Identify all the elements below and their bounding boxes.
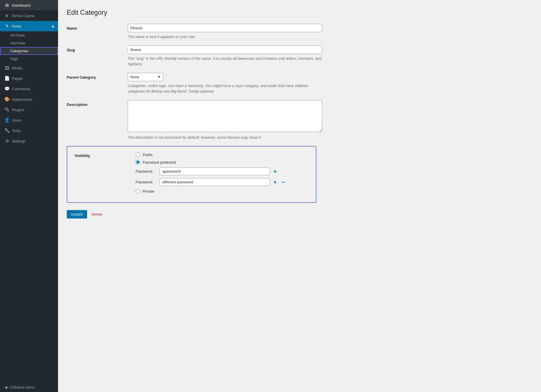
password1-input[interactable] xyxy=(160,167,270,175)
sidebar-item-appearance[interactable]: 🎨 Appearance xyxy=(0,94,58,104)
radio-public[interactable] xyxy=(136,152,140,157)
users-icon: 👤 xyxy=(4,118,10,123)
kinsta-icon: K xyxy=(4,13,10,18)
parent-category-label: Parent Category xyxy=(67,73,128,80)
sidebar-item-tags[interactable]: Tags xyxy=(0,55,58,63)
sidebar-item-plugins[interactable]: 🔌 Plugins xyxy=(0,104,58,115)
media-icon: 🖼 xyxy=(4,65,10,71)
sidebar-item-pages[interactable]: 📄 Pages xyxy=(0,73,58,84)
description-field: The description is not prominent by defa… xyxy=(128,100,345,140)
sidebar-item-all-posts[interactable]: All Posts xyxy=(0,31,58,39)
sidebar-item-users[interactable]: 👤 Users xyxy=(0,115,58,125)
sidebar-item-settings[interactable]: ⚙ Settings xyxy=(0,136,58,146)
collapse-menu-button[interactable]: ◀ Collapse menu xyxy=(0,382,58,392)
posts-arrow-icon: ◀ xyxy=(51,25,54,28)
posts-icon: ✎ xyxy=(4,24,10,29)
pages-icon: 📄 xyxy=(4,76,10,81)
remove-password-button-2[interactable]: − xyxy=(280,179,286,185)
sidebar-item-tools[interactable]: 🔧 Tools xyxy=(0,125,58,136)
name-input[interactable] xyxy=(128,24,322,32)
sidebar-item-dashboard[interactable]: ⊞ Dashboard xyxy=(0,0,58,10)
description-hint: The description is not prominent by defa… xyxy=(128,135,322,140)
sidebar-item-label: Appearance xyxy=(12,97,32,102)
sidebar-item-label: Media xyxy=(12,66,22,70)
plugins-icon: 🔌 xyxy=(4,107,10,112)
page-title: Edit Category xyxy=(67,9,532,17)
sidebar-item-label: Users xyxy=(12,118,22,122)
sidebar-item-label: Plugins xyxy=(12,108,24,112)
radio-public-option: Public xyxy=(136,152,309,157)
password2-input[interactable] xyxy=(160,178,270,186)
radio-password[interactable] xyxy=(136,160,140,165)
update-button[interactable]: Update xyxy=(67,210,87,218)
radio-private-label[interactable]: Private xyxy=(143,189,154,194)
delete-button[interactable]: Delete xyxy=(91,212,102,216)
visibility-options: Public Password protected Password: + Pa… xyxy=(136,152,309,196)
sidebar-item-comments[interactable]: 💬 Comments xyxy=(0,84,58,94)
settings-icon: ⚙ xyxy=(4,138,10,144)
collapse-label: Collapse menu xyxy=(10,385,35,389)
sidebar-item-label: Posts xyxy=(12,24,21,28)
radio-password-label[interactable]: Password protected xyxy=(143,160,176,165)
radio-password-option: Password protected xyxy=(136,160,309,165)
slug-row: Slug The “slug” is the URL-friendly vers… xyxy=(67,46,345,67)
parent-category-row: Parent Category None Uncategorized Fitne… xyxy=(67,73,345,94)
name-row: Name The name is how it appears on your … xyxy=(67,24,345,40)
add-password-button-1[interactable]: + xyxy=(272,169,278,174)
description-row: Description The description is not promi… xyxy=(67,100,345,140)
description-label: Description xyxy=(67,100,128,107)
main-content: Edit Category Name The name is how it ap… xyxy=(58,0,541,392)
slug-input[interactable] xyxy=(128,46,322,54)
sidebar-item-label: Comments xyxy=(12,87,30,91)
name-field: The name is how it appears on your site. xyxy=(128,24,345,40)
sidebar-item-kinsta[interactable]: K Kinsta Cache xyxy=(0,10,58,21)
password1-label: Password: xyxy=(136,169,157,174)
sidebar-item-label: Dashboard xyxy=(12,3,30,8)
parent-category-hint: Categories, unlike tags, can have a hier… xyxy=(128,83,322,94)
sidebar-item-categories[interactable]: Categories xyxy=(0,47,58,55)
sidebar-item-label: Kinsta Cache xyxy=(12,14,34,18)
radio-public-label[interactable]: Public xyxy=(143,153,153,157)
visibility-row: Visibility Public Password protected Pas… xyxy=(75,152,309,196)
sidebar-item-label: Pages xyxy=(12,76,23,81)
collapse-icon: ◀ xyxy=(4,385,7,389)
dashboard-icon: ⊞ xyxy=(4,3,10,8)
sidebar-item-label: Settings xyxy=(12,139,26,143)
sidebar-item-add-new[interactable]: Add New xyxy=(0,39,58,47)
posts-submenu: All Posts Add New Categories Tags xyxy=(0,31,58,63)
tools-icon: 🔧 xyxy=(4,128,10,133)
sidebar-item-label: Tools xyxy=(12,129,21,133)
add-password-button-2[interactable]: + xyxy=(272,179,278,185)
name-label: Name xyxy=(67,24,128,30)
comments-icon: 💬 xyxy=(4,86,10,91)
slug-label: Slug xyxy=(67,46,128,52)
visibility-label: Visibility xyxy=(75,152,136,158)
radio-private-option: Private xyxy=(136,189,309,194)
password-row-1: Password: + xyxy=(136,167,309,175)
sidebar: ⊞ Dashboard K Kinsta Cache ✎ Posts ◀ All… xyxy=(0,0,58,392)
sidebar-item-posts[interactable]: ✎ Posts ◀ xyxy=(0,21,58,31)
slug-field: The “slug” is the URL-friendly version o… xyxy=(128,46,345,67)
appearance-icon: 🎨 xyxy=(4,97,10,102)
password-row-2: Password: + − xyxy=(136,178,309,186)
description-textarea[interactable] xyxy=(128,100,322,132)
edit-category-form: Name The name is how it appears on your … xyxy=(67,24,345,140)
name-hint: The name is how it appears on your site. xyxy=(128,34,322,40)
parent-category-field: None Uncategorized Fitness Categories, u… xyxy=(128,73,345,94)
password2-label: Password: xyxy=(136,180,157,184)
slug-hint: The “slug” is the URL-friendly version o… xyxy=(128,56,322,67)
visibility-box: Visibility Public Password protected Pas… xyxy=(67,146,316,203)
radio-private[interactable] xyxy=(136,189,140,194)
parent-category-select[interactable]: None Uncategorized Fitness xyxy=(128,73,163,81)
sidebar-item-media[interactable]: 🖼 Media xyxy=(0,63,58,73)
action-row: Update Delete xyxy=(67,210,532,218)
